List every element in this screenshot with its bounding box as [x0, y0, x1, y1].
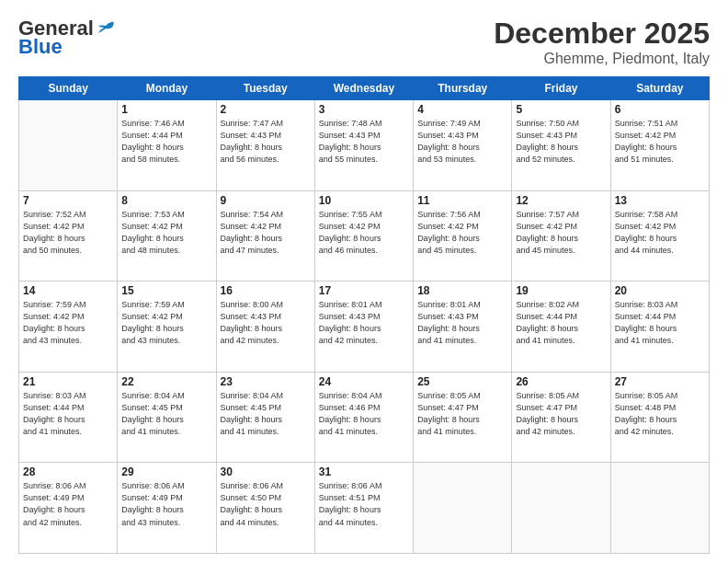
day-number: 10 [319, 194, 409, 207]
calendar-cell: 9Sunrise: 7:54 AMSunset: 4:42 PMDaylight… [216, 190, 314, 282]
calendar-cell: 7Sunrise: 7:52 AMSunset: 4:42 PMDaylight… [19, 190, 118, 282]
day-number: 2 [221, 103, 311, 116]
calendar-cell: 14Sunrise: 7:59 AMSunset: 4:42 PMDayligh… [19, 282, 118, 373]
calendar-cell: 1Sunrise: 7:46 AMSunset: 4:44 PMDaylight… [118, 100, 216, 191]
calendar-cell: 21Sunrise: 8:03 AMSunset: 4:44 PMDayligh… [19, 372, 118, 463]
calendar-table: Sunday Monday Tuesday Wednesday Thursday… [18, 76, 710, 554]
page: General Blue December 2025 Ghemme, Piedm… [0, 0, 728, 563]
day-info: Sunrise: 7:47 AMSunset: 4:43 PMDaylight:… [221, 118, 311, 166]
day-number: 1 [121, 103, 211, 116]
day-number: 11 [417, 194, 507, 207]
calendar-cell: 8Sunrise: 7:53 AMSunset: 4:42 PMDaylight… [118, 190, 216, 282]
calendar-cell: 5Sunrise: 7:50 AMSunset: 4:43 PMDaylight… [512, 100, 610, 191]
day-info: Sunrise: 8:01 AMSunset: 4:43 PMDaylight:… [417, 299, 507, 347]
calendar-cell: 19Sunrise: 8:02 AMSunset: 4:44 PMDayligh… [512, 282, 610, 373]
day-number: 8 [121, 194, 211, 207]
day-info: Sunrise: 7:50 AMSunset: 4:43 PMDaylight:… [516, 118, 606, 166]
header-monday: Monday [118, 77, 216, 100]
day-info: Sunrise: 8:05 AMSunset: 4:48 PMDaylight:… [615, 390, 705, 438]
title-block: December 2025 Ghemme, Piedmont, Italy [494, 17, 710, 67]
calendar-cell: 29Sunrise: 8:06 AMSunset: 4:49 PMDayligh… [118, 463, 216, 554]
calendar-cell: 26Sunrise: 8:05 AMSunset: 4:47 PMDayligh… [512, 372, 610, 463]
week-row-4: 21Sunrise: 8:03 AMSunset: 4:44 PMDayligh… [19, 372, 710, 463]
calendar-cell: 15Sunrise: 7:59 AMSunset: 4:42 PMDayligh… [118, 282, 216, 373]
day-info: Sunrise: 7:53 AMSunset: 4:42 PMDaylight:… [121, 209, 211, 257]
day-info: Sunrise: 8:01 AMSunset: 4:43 PMDaylight:… [319, 299, 409, 347]
day-number: 3 [319, 103, 409, 116]
day-number: 7 [23, 194, 113, 207]
calendar-cell: 25Sunrise: 8:05 AMSunset: 4:47 PMDayligh… [414, 372, 512, 463]
day-number: 19 [516, 284, 606, 297]
day-number: 6 [615, 103, 705, 116]
calendar-cell: 18Sunrise: 8:01 AMSunset: 4:43 PMDayligh… [414, 282, 512, 373]
day-number: 16 [221, 284, 311, 297]
week-row-3: 14Sunrise: 7:59 AMSunset: 4:42 PMDayligh… [19, 282, 710, 373]
day-number: 26 [516, 375, 606, 388]
day-number: 24 [319, 375, 409, 388]
header-saturday: Saturday [610, 77, 709, 100]
week-row-1: 1Sunrise: 7:46 AMSunset: 4:44 PMDaylight… [19, 100, 710, 191]
calendar-cell: 16Sunrise: 8:00 AMSunset: 4:43 PMDayligh… [216, 282, 314, 373]
calendar-cell: 30Sunrise: 8:06 AMSunset: 4:50 PMDayligh… [216, 463, 314, 554]
calendar-cell: 23Sunrise: 8:04 AMSunset: 4:45 PMDayligh… [216, 372, 314, 463]
day-info: Sunrise: 7:55 AMSunset: 4:42 PMDaylight:… [319, 209, 409, 257]
day-info: Sunrise: 8:05 AMSunset: 4:47 PMDaylight:… [516, 390, 606, 438]
calendar-cell: 20Sunrise: 8:03 AMSunset: 4:44 PMDayligh… [610, 282, 709, 373]
day-number: 5 [516, 103, 606, 116]
day-info: Sunrise: 7:54 AMSunset: 4:42 PMDaylight:… [221, 209, 311, 257]
day-number: 17 [319, 284, 409, 297]
day-info: Sunrise: 7:57 AMSunset: 4:42 PMDaylight:… [516, 209, 606, 257]
week-row-5: 28Sunrise: 8:06 AMSunset: 4:49 PMDayligh… [19, 463, 710, 554]
day-number: 20 [615, 284, 705, 297]
day-number: 29 [121, 465, 211, 478]
header: General Blue December 2025 Ghemme, Piedm… [18, 17, 710, 67]
day-info: Sunrise: 7:51 AMSunset: 4:42 PMDaylight:… [615, 118, 705, 166]
day-info: Sunrise: 7:59 AMSunset: 4:42 PMDaylight:… [121, 299, 211, 347]
logo-bird-icon [95, 20, 115, 37]
day-info: Sunrise: 7:59 AMSunset: 4:42 PMDaylight:… [23, 299, 113, 347]
calendar-cell [512, 463, 610, 554]
calendar-cell: 27Sunrise: 8:05 AMSunset: 4:48 PMDayligh… [610, 372, 709, 463]
logo: General Blue [18, 17, 116, 59]
weekday-header-row: Sunday Monday Tuesday Wednesday Thursday… [19, 77, 710, 100]
week-row-2: 7Sunrise: 7:52 AMSunset: 4:42 PMDaylight… [19, 190, 710, 282]
header-sunday: Sunday [19, 77, 118, 100]
calendar-cell: 28Sunrise: 8:06 AMSunset: 4:49 PMDayligh… [19, 463, 118, 554]
day-info: Sunrise: 8:04 AMSunset: 4:45 PMDaylight:… [221, 390, 311, 438]
calendar-cell [414, 463, 512, 554]
day-info: Sunrise: 8:03 AMSunset: 4:44 PMDaylight:… [23, 390, 113, 438]
calendar-cell: 24Sunrise: 8:04 AMSunset: 4:46 PMDayligh… [314, 372, 413, 463]
day-info: Sunrise: 7:48 AMSunset: 4:43 PMDaylight:… [319, 118, 409, 166]
calendar-cell: 17Sunrise: 8:01 AMSunset: 4:43 PMDayligh… [314, 282, 413, 373]
day-number: 30 [221, 465, 311, 478]
day-info: Sunrise: 8:02 AMSunset: 4:44 PMDaylight:… [516, 299, 606, 347]
day-number: 13 [615, 194, 705, 207]
day-number: 25 [417, 375, 507, 388]
calendar-cell: 2Sunrise: 7:47 AMSunset: 4:43 PMDaylight… [216, 100, 314, 191]
calendar-cell [610, 463, 709, 554]
day-info: Sunrise: 7:49 AMSunset: 4:43 PMDaylight:… [417, 118, 507, 166]
day-info: Sunrise: 8:06 AMSunset: 4:49 PMDaylight:… [121, 480, 211, 528]
day-info: Sunrise: 8:03 AMSunset: 4:44 PMDaylight:… [615, 299, 705, 347]
day-info: Sunrise: 8:06 AMSunset: 4:49 PMDaylight:… [23, 480, 113, 528]
month-title: December 2025 [494, 17, 710, 51]
day-number: 18 [417, 284, 507, 297]
calendar-cell: 12Sunrise: 7:57 AMSunset: 4:42 PMDayligh… [512, 190, 610, 282]
day-info: Sunrise: 7:46 AMSunset: 4:44 PMDaylight:… [121, 118, 211, 166]
day-number: 21 [23, 375, 113, 388]
day-number: 9 [221, 194, 311, 207]
header-thursday: Thursday [414, 77, 512, 100]
day-info: Sunrise: 7:52 AMSunset: 4:42 PMDaylight:… [23, 209, 113, 257]
day-info: Sunrise: 8:04 AMSunset: 4:46 PMDaylight:… [319, 390, 409, 438]
location-title: Ghemme, Piedmont, Italy [494, 51, 710, 67]
day-number: 14 [23, 284, 113, 297]
calendar-cell: 4Sunrise: 7:49 AMSunset: 4:43 PMDaylight… [414, 100, 512, 191]
day-info: Sunrise: 8:04 AMSunset: 4:45 PMDaylight:… [121, 390, 211, 438]
day-info: Sunrise: 8:00 AMSunset: 4:43 PMDaylight:… [221, 299, 311, 347]
day-number: 22 [121, 375, 211, 388]
day-number: 31 [319, 465, 409, 478]
calendar-cell: 22Sunrise: 8:04 AMSunset: 4:45 PMDayligh… [118, 372, 216, 463]
logo-blue: Blue [18, 35, 63, 59]
calendar-cell: 3Sunrise: 7:48 AMSunset: 4:43 PMDaylight… [314, 100, 413, 191]
day-number: 12 [516, 194, 606, 207]
